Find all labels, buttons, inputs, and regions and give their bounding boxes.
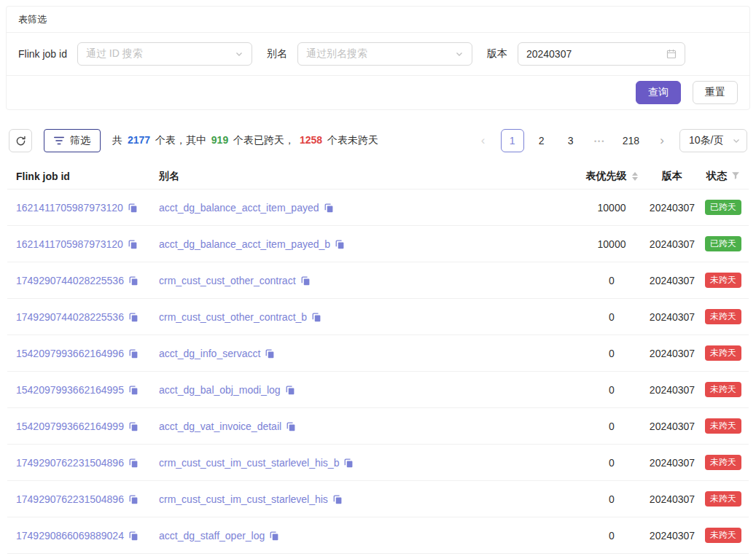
priority-cell: 0 bbox=[577, 335, 647, 372]
job-id-link[interactable]: 1621411705987973120 bbox=[16, 238, 123, 250]
column-header-version: 版本 bbox=[647, 164, 698, 189]
column-label: 别名 bbox=[159, 170, 179, 181]
crossed-count: 919 bbox=[211, 134, 228, 146]
page-button-2[interactable]: 2 bbox=[530, 129, 553, 152]
status-badge: 未跨天 bbox=[705, 491, 741, 507]
alias-cell: acct_dg_staff_oper_log bbox=[150, 517, 577, 554]
job-id-cell: 1621411705987973120 bbox=[7, 189, 150, 226]
sort-icon[interactable] bbox=[632, 172, 638, 181]
alias-cell: acct_dg_balance_acct_item_payed_b bbox=[150, 226, 577, 262]
priority-cell: 0 bbox=[577, 481, 647, 517]
refresh-button[interactable] bbox=[9, 129, 32, 152]
status-badge: 未跨天 bbox=[705, 382, 741, 397]
filter-button[interactable]: 筛选 bbox=[44, 129, 101, 152]
flink-job-id-placeholder: 通过 ID 搜索 bbox=[86, 47, 143, 60]
alias-link[interactable]: acct_dg_staff_oper_log bbox=[159, 530, 265, 542]
summary-text: 个表未跨天 bbox=[324, 134, 378, 146]
job-id-link[interactable]: 1749290744028225536 bbox=[16, 311, 124, 323]
filter-actions-row: 查询 重置 bbox=[7, 75, 749, 109]
copy-icon[interactable] bbox=[335, 240, 345, 249]
copy-icon[interactable] bbox=[286, 386, 295, 395]
copy-icon[interactable] bbox=[129, 422, 139, 431]
copy-icon[interactable] bbox=[270, 531, 279, 541]
reset-button[interactable]: 重置 bbox=[693, 81, 738, 104]
job-id-link[interactable]: 1621411705987973120 bbox=[16, 202, 123, 214]
alias-link[interactable]: acct_dg_info_servacct bbox=[159, 348, 260, 359]
column-header-alias: 别名 bbox=[150, 164, 577, 189]
flink-job-id-select[interactable]: 通过 ID 搜索 bbox=[77, 42, 252, 66]
page-button-3[interactable]: 3 bbox=[559, 129, 582, 152]
table-row: 1621411705987973120 acct_dg_balance_acct… bbox=[7, 189, 749, 226]
page: 表筛选 Flink job id 通过 ID 搜索 别名 通过别名搜索 bbox=[0, 0, 756, 559]
page-ellipsis[interactable]: ••• bbox=[588, 129, 612, 152]
copy-icon[interactable] bbox=[128, 203, 138, 213]
job-id-cell: 1749290744028225536 bbox=[7, 262, 150, 299]
version-field: 版本 20240307 bbox=[487, 42, 685, 66]
job-id-link[interactable]: 1749290762231504896 bbox=[16, 493, 124, 505]
table-row: 1749290744028225536 crm_cust_cust_other_… bbox=[7, 299, 749, 335]
job-id-link[interactable]: 1542097993662164995 bbox=[16, 384, 124, 396]
column-header-flink-job-id: Flink job id bbox=[7, 164, 150, 189]
query-button[interactable]: 查询 bbox=[636, 81, 681, 104]
alias-cell: acct_dg_balance_acct_item_payed bbox=[150, 189, 577, 226]
next-page-button[interactable]: › bbox=[650, 129, 674, 152]
job-id-link[interactable]: 1542097993662164996 bbox=[16, 348, 124, 359]
version-date-input[interactable]: 20240307 bbox=[518, 42, 685, 66]
job-id-link[interactable]: 1542097993662164999 bbox=[16, 421, 124, 432]
alias-link[interactable]: acct_dg_vat_invoice_detail bbox=[159, 421, 281, 432]
status-badge: 未跨天 bbox=[705, 273, 741, 288]
copy-icon[interactable] bbox=[265, 349, 275, 359]
version-cell: 20240307 bbox=[647, 189, 698, 226]
summary-text: 个表，其中 bbox=[152, 134, 209, 146]
copy-icon[interactable] bbox=[129, 495, 139, 504]
copy-icon[interactable] bbox=[129, 531, 139, 541]
table-row: 1542097993662164999 acct_dg_vat_invoice_… bbox=[7, 408, 749, 445]
page-size-select[interactable]: 10条/页 bbox=[679, 129, 747, 152]
job-id-link[interactable]: 1749290744028225536 bbox=[16, 275, 124, 286]
alias-cell: crm_cust_cust_other_contract_b bbox=[150, 299, 577, 335]
version-cell: 20240307 bbox=[647, 445, 698, 481]
alias-link[interactable]: crm_cust_cust_im_cust_starlevel_his_b bbox=[159, 457, 339, 469]
column-label: 状态 bbox=[706, 170, 727, 181]
alias-select[interactable]: 通过别名搜索 bbox=[297, 42, 472, 66]
priority-cell: 0 bbox=[577, 445, 647, 481]
page-button-1[interactable]: 1 bbox=[501, 129, 524, 152]
copy-icon[interactable] bbox=[333, 495, 343, 504]
status-badge: 未跨天 bbox=[705, 345, 741, 361]
alias-link[interactable]: crm_cust_cust_im_cust_starlevel_his bbox=[159, 493, 328, 505]
copy-icon[interactable] bbox=[129, 386, 139, 395]
page-size-label: 10条/页 bbox=[689, 134, 723, 147]
alias-link[interactable]: crm_cust_cust_other_contract bbox=[159, 275, 296, 286]
copy-icon[interactable] bbox=[344, 458, 354, 468]
copy-icon[interactable] bbox=[301, 276, 311, 286]
status-cell: 未跨天 bbox=[698, 517, 749, 554]
job-id-link[interactable]: 1749290762231504896 bbox=[16, 457, 124, 469]
alias-link[interactable]: acct_dg_bal_obj_modi_log bbox=[159, 384, 281, 396]
prev-page-button[interactable]: ‹ bbox=[472, 129, 495, 152]
alias-link[interactable]: acct_dg_balance_acct_item_payed_b bbox=[159, 238, 330, 250]
version-cell: 20240307 bbox=[647, 372, 698, 408]
copy-icon[interactable] bbox=[128, 240, 138, 249]
copy-icon[interactable] bbox=[129, 276, 139, 286]
copy-icon[interactable] bbox=[129, 458, 139, 468]
copy-icon[interactable] bbox=[324, 203, 334, 213]
alias-link[interactable]: acct_dg_balance_acct_item_payed bbox=[159, 202, 319, 214]
copy-icon[interactable] bbox=[312, 313, 322, 322]
alias-link[interactable]: crm_cust_cust_other_contract_b bbox=[159, 311, 307, 323]
copy-icon[interactable] bbox=[129, 313, 139, 322]
version-cell: 20240307 bbox=[647, 262, 698, 299]
table-row: 1749290762231504896 crm_cust_cust_im_cus… bbox=[7, 481, 749, 517]
copy-icon[interactable] bbox=[287, 422, 296, 431]
page-button-218[interactable]: 218 bbox=[617, 129, 644, 152]
filter-card-header: 表筛选 bbox=[7, 7, 749, 33]
table-row: 1542097993662164995 acct_dg_bal_obj_modi… bbox=[7, 372, 749, 408]
priority-cell: 0 bbox=[577, 517, 647, 554]
job-id-link[interactable]: 1749290866069889024 bbox=[16, 530, 124, 542]
status-filter-icon[interactable] bbox=[731, 171, 740, 180]
job-id-cell: 1749290866069889024 bbox=[7, 517, 150, 554]
alias-label: 别名 bbox=[267, 47, 287, 60]
job-id-cell: 1542097993662164999 bbox=[7, 408, 150, 445]
copy-icon[interactable] bbox=[129, 349, 139, 359]
status-badge: 未跨天 bbox=[705, 418, 741, 434]
filter-button-label: 筛选 bbox=[70, 134, 90, 147]
